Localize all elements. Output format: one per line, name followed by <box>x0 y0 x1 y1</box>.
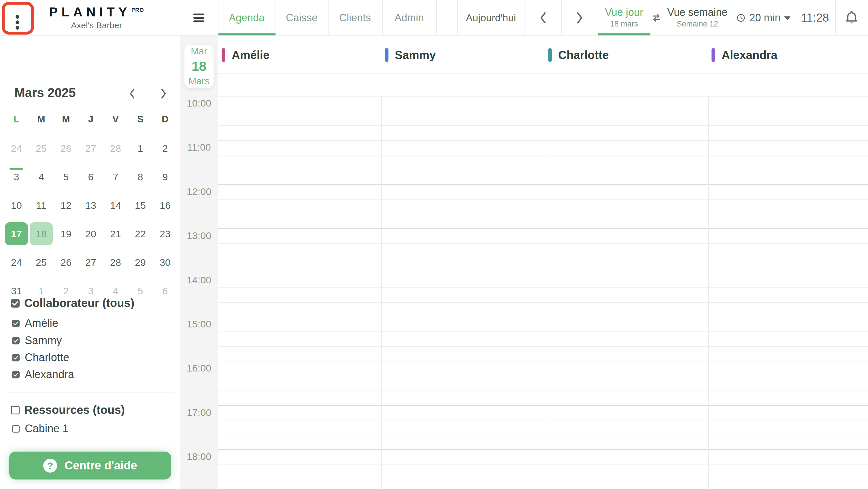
time-label-14:00: 14:00 <box>180 274 218 286</box>
minical-day-24[interactable]: 24 <box>5 251 28 274</box>
minical-day-16[interactable]: 16 <box>154 194 177 217</box>
minical-day-19[interactable]: 19 <box>55 222 78 246</box>
kebab-icon <box>16 26 19 30</box>
minical-day-7[interactable]: 7 <box>104 165 127 188</box>
tab-admin[interactable]: Admin <box>382 0 436 35</box>
topbar-divider <box>328 0 329 35</box>
chevron-left-icon <box>128 88 136 99</box>
minical-weekday: M <box>55 114 78 125</box>
minical-day-17-today[interactable]: 17 <box>5 222 28 246</box>
minical-day-27[interactable]: 27 <box>79 251 102 274</box>
kebab-icon <box>16 21 19 24</box>
minical-day-24[interactable]: 24 <box>5 137 28 160</box>
minical-day-26[interactable]: 26 <box>55 137 78 160</box>
minical-day-18-selected[interactable]: 18 <box>30 222 53 246</box>
minical-day-28[interactable]: 28 <box>104 251 127 274</box>
date-badge-weekday: Mar <box>191 46 207 57</box>
minical-day-9[interactable]: 9 <box>154 165 177 188</box>
view-day-date: 18 mars <box>598 20 650 29</box>
previous-day-button[interactable] <box>525 0 561 35</box>
bell-icon <box>843 9 860 26</box>
main-tabs: AgendaCaisseClientsAdmin <box>218 0 436 35</box>
minical-day-12[interactable]: 12 <box>55 194 78 217</box>
checkbox-row-alexandra[interactable]: Alexandra <box>0 368 180 381</box>
checkbox-row-cabine-1[interactable]: Cabine 1 <box>0 422 180 435</box>
minical-day-29[interactable]: 29 <box>129 251 152 274</box>
minical-day-2[interactable]: 2 <box>154 137 177 160</box>
minical-previous-month-button[interactable] <box>123 86 141 101</box>
kebab-menu-button[interactable] <box>7 6 28 30</box>
tab-label: Agenda <box>229 12 265 24</box>
checkbox-checked-icon[interactable] <box>12 320 20 327</box>
checkbox-row-collaborateur-tous[interactable]: Collaborateur (tous) <box>0 297 180 309</box>
minical-day-6[interactable]: 6 <box>79 165 102 188</box>
minical-day-14[interactable]: 14 <box>104 194 127 217</box>
minical-day-30[interactable]: 30 <box>154 251 177 274</box>
minical-day-15[interactable]: 15 <box>129 194 152 217</box>
topbar-divider <box>835 0 836 35</box>
divider <box>6 393 173 393</box>
tab-caisse[interactable]: Caisse <box>276 0 328 35</box>
minical-day-1[interactable]: 1 <box>129 137 152 160</box>
topbar-divider <box>218 0 218 35</box>
tab-agenda[interactable]: Agenda <box>218 0 276 35</box>
checkbox-unchecked-icon[interactable] <box>11 406 20 415</box>
view-week-toggle[interactable]: Vue semaine Semaine 12 <box>663 0 732 35</box>
notifications-button[interactable] <box>835 0 868 35</box>
minical-day-11[interactable]: 11 <box>30 194 53 217</box>
minical-day-21[interactable]: 21 <box>104 222 127 246</box>
minical-day-13[interactable]: 13 <box>79 194 102 217</box>
minical-day-23[interactable]: 23 <box>154 222 177 246</box>
collaborator-name: Sammy <box>395 49 436 62</box>
chevron-right-icon <box>576 11 584 25</box>
hour-gridline <box>218 273 868 273</box>
swap-icon <box>650 11 663 24</box>
agenda-grid[interactable]: AmélieSammyCharlotteAlexandra <box>218 36 868 489</box>
hamburger-menu-button[interactable] <box>193 12 205 24</box>
checkbox-unchecked-icon[interactable] <box>12 425 20 432</box>
checkbox-checked-icon[interactable] <box>11 299 20 307</box>
hour-gridline <box>218 228 868 229</box>
topbar-divider <box>795 0 795 35</box>
checkbox-row-amélie[interactable]: Amélie <box>0 317 180 329</box>
minical-day-25[interactable]: 25 <box>30 137 53 160</box>
today-button[interactable]: Aujourd'hui <box>457 0 525 35</box>
checkbox-row-sammy[interactable]: Sammy <box>0 334 180 347</box>
active-weekday-underline <box>9 168 23 170</box>
help-center-button[interactable]: ? Centre d'aide <box>9 452 171 480</box>
tab-label: Clients <box>339 12 371 24</box>
checkbox-checked-icon[interactable] <box>12 354 20 361</box>
collaborator-name: Amélie <box>232 49 270 62</box>
brand-name: PLANITYPRO <box>46 5 147 20</box>
next-day-button[interactable] <box>561 0 598 35</box>
checkbox-checked-icon[interactable] <box>12 371 20 379</box>
time-interval-select[interactable]: 20 min <box>732 0 795 35</box>
minical-day-27[interactable]: 27 <box>79 137 102 160</box>
column-divider <box>545 96 545 489</box>
checkbox-label: Sammy <box>25 334 62 347</box>
tab-clients[interactable]: Clients <box>328 0 382 35</box>
view-day-toggle[interactable]: Vue jour 18 mars <box>598 0 650 35</box>
checkbox-row-charlotte[interactable]: Charlotte <box>0 351 180 364</box>
sub-hour-gridline <box>218 391 868 391</box>
minical-next-month-button[interactable] <box>155 86 172 101</box>
minical-day-25[interactable]: 25 <box>30 251 53 274</box>
selected-date-badge[interactable]: Mar 18 Mars <box>184 45 214 88</box>
checkbox-checked-icon[interactable] <box>12 337 20 345</box>
minical-day-26[interactable]: 26 <box>55 251 78 274</box>
divider <box>218 73 868 74</box>
minical-weekday: J <box>79 114 102 125</box>
swap-view-button[interactable] <box>650 11 663 24</box>
minical-day-5[interactable]: 5 <box>55 165 78 188</box>
minical-day-4[interactable]: 4 <box>30 165 53 188</box>
minical-day-22[interactable]: 22 <box>129 222 152 246</box>
hamburger-icon <box>193 21 204 22</box>
checkbox-row-ressources-tous[interactable]: Ressources (tous) <box>0 403 180 417</box>
minical-day-8[interactable]: 8 <box>129 165 152 188</box>
minical-day-28[interactable]: 28 <box>104 137 127 160</box>
hamburger-icon <box>193 13 204 15</box>
minical-day-20[interactable]: 20 <box>79 222 102 246</box>
sub-hour-gridline <box>218 110 868 111</box>
hamburger-icon <box>193 17 204 19</box>
minical-day-10[interactable]: 10 <box>5 194 28 217</box>
